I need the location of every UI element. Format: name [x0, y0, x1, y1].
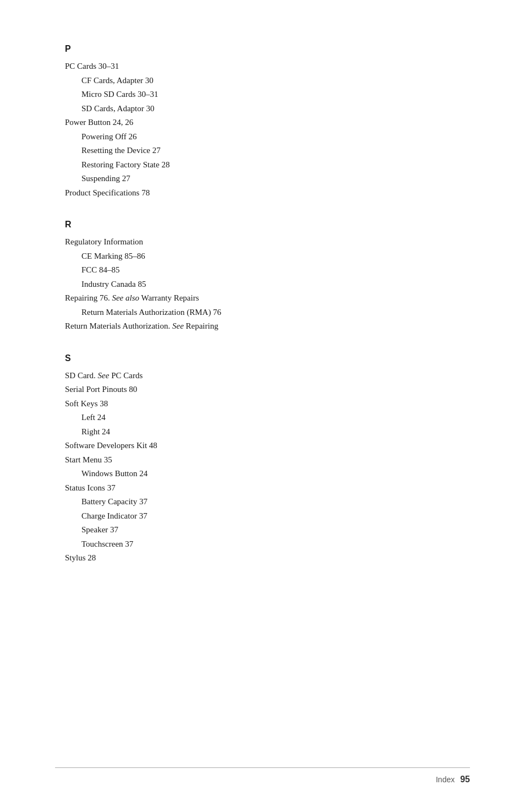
list-item: Soft Keys 38: [65, 397, 470, 411]
list-item: Serial Port Pinouts 80: [65, 383, 470, 397]
italic-text: See: [172, 321, 184, 330]
list-item: Stylus 28: [65, 551, 470, 565]
section-s: S SD Card. See PC Cards Serial Port Pino…: [65, 353, 470, 565]
footer-label: Index: [436, 775, 455, 784]
list-item: Return Materials Authorization (RMA) 76: [81, 306, 470, 320]
list-item: FCC 84–85: [81, 263, 470, 277]
list-item: Micro SD Cards 30–31: [81, 88, 470, 102]
list-item: Right 24: [81, 425, 470, 439]
list-item: Regulatory Information: [65, 235, 470, 249]
list-item: Industry Canada 85: [81, 277, 470, 292]
list-item: Battery Capacity 37: [81, 495, 470, 509]
list-item: Return Materials Authorization. See Repa…: [65, 319, 470, 334]
list-item: CF Cards, Adapter 30: [81, 74, 470, 88]
list-item: Software Developers Kit 48: [65, 439, 470, 453]
list-item: Start Menu 35: [65, 453, 470, 467]
list-item: Charge Indicator 37: [81, 509, 470, 524]
list-item: Repairing 76. See also Warranty Repairs: [65, 291, 470, 306]
list-item: Restoring Factory State 28: [81, 158, 470, 172]
italic-text: See: [98, 371, 110, 380]
section-letter-s: S: [65, 353, 470, 363]
list-item: Status Icons 37: [65, 481, 470, 495]
list-item: CE Marking 85–86: [81, 249, 470, 264]
list-item: Speaker 37: [81, 523, 470, 537]
footer-rule: [55, 767, 470, 768]
list-item: Power Button 24, 26: [65, 116, 470, 130]
list-item: Touchscreen 37: [81, 537, 470, 552]
section-r: R Regulatory Information CE Marking 85–8…: [65, 220, 470, 334]
list-item: Product Specifications 78: [65, 186, 470, 200]
page-number: 95: [460, 775, 470, 784]
list-item: SD Card. See PC Cards: [65, 369, 470, 383]
section-letter-p: P: [65, 44, 470, 54]
page-container: P PC Cards 30–31 CF Cards, Adapter 30 Mi…: [0, 0, 525, 812]
section-p: P PC Cards 30–31 CF Cards, Adapter 30 Mi…: [65, 44, 470, 200]
list-item: Suspending 27: [81, 172, 470, 186]
list-item: Powering Off 26: [81, 130, 470, 144]
list-item: Resetting the Device 27: [81, 144, 470, 158]
section-letter-r: R: [65, 220, 470, 230]
italic-text: See also: [112, 293, 139, 302]
list-item: Windows Button 24: [81, 467, 470, 481]
list-item: PC Cards 30–31: [65, 59, 470, 74]
list-item: SD Cards, Adaptor 30: [81, 102, 470, 116]
list-item: Left 24: [81, 411, 470, 425]
page-footer: Index 95: [436, 775, 470, 784]
